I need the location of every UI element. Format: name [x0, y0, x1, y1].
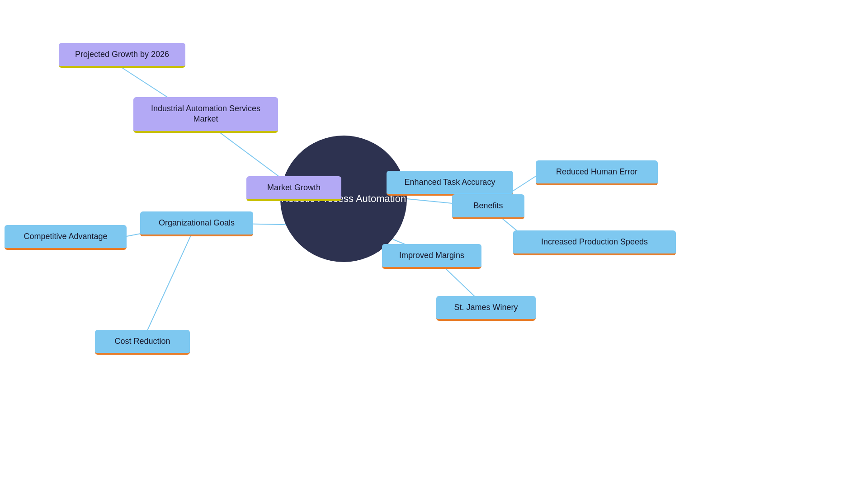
- node-st-james-winery[interactable]: St. James Winery: [436, 296, 536, 321]
- node-increased-label: Increased Production Speeds: [541, 237, 648, 246]
- node-st-james-label: St. James Winery: [454, 303, 518, 312]
- node-competitive-advantage[interactable]: Competitive Advantage: [5, 225, 127, 250]
- node-enhanced-task-accuracy[interactable]: Enhanced Task Accuracy: [387, 171, 513, 196]
- node-benefits-label: Benefits: [473, 201, 503, 210]
- node-improved-label: Improved Margins: [399, 251, 464, 260]
- node-reduced-human-error[interactable]: Reduced Human Error: [536, 160, 658, 185]
- node-market-growth[interactable]: Market Growth: [246, 176, 341, 201]
- node-cost-reduction-label: Cost Reduction: [114, 337, 170, 346]
- node-projected-growth[interactable]: Projected Growth by 2026: [59, 43, 185, 68]
- node-competitive-label: Competitive Advantage: [24, 232, 107, 241]
- node-industrial-label: Industrial Automation Services Market: [151, 104, 260, 123]
- node-improved-margins[interactable]: Improved Margins: [382, 244, 481, 269]
- node-market-growth-label: Market Growth: [267, 183, 321, 192]
- node-increased-production[interactable]: Increased Production Speeds: [513, 230, 676, 255]
- node-reduced-label: Reduced Human Error: [556, 167, 637, 176]
- node-org-goals[interactable]: Organizational Goals: [140, 211, 253, 236]
- node-benefits[interactable]: Benefits: [452, 194, 524, 219]
- node-org-goals-label: Organizational Goals: [159, 218, 235, 227]
- node-enhanced-label: Enhanced Task Accuracy: [405, 178, 495, 187]
- node-cost-reduction[interactable]: Cost Reduction: [95, 330, 190, 355]
- svg-line-5: [142, 223, 197, 341]
- node-industrial-automation[interactable]: Industrial Automation Services Market: [133, 97, 278, 133]
- node-projected-label: Projected Growth by 2026: [75, 50, 169, 59]
